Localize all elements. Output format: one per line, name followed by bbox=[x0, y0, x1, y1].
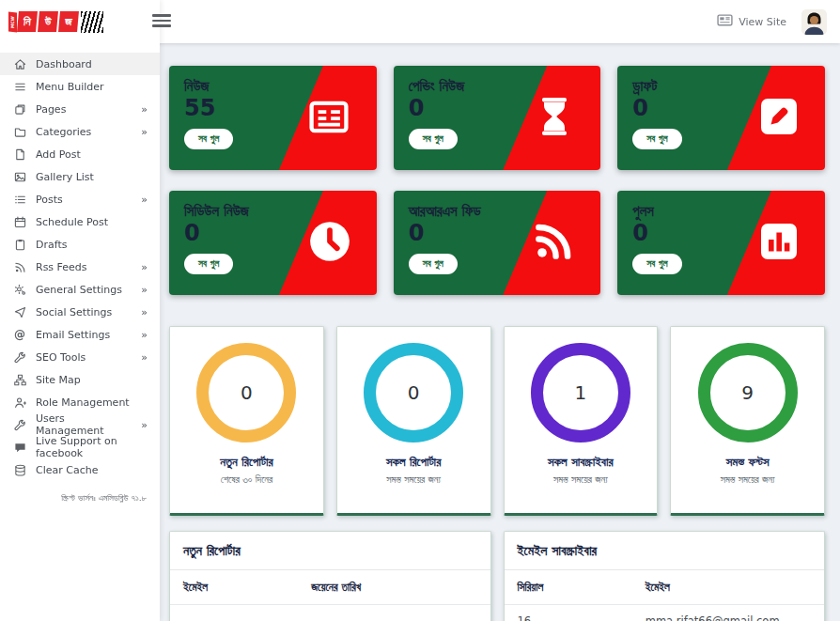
sidebar-item-label: Role Management bbox=[36, 396, 130, 409]
donut-cards-grid: 0নতুন রিপোর্টারশেষের ৩০ দিনের0সকল রিপোর্… bbox=[169, 326, 825, 516]
stat-card-পেন্ডিং-নিউজ: পেন্ডিং নিউজ0সব গুল bbox=[394, 66, 601, 170]
menu-icon bbox=[13, 80, 26, 93]
sidebar-item-label: Schedule Post bbox=[36, 216, 108, 228]
donut-card-সমস্ত-ফন্টস: 9সমস্ত ফন্টসসমস্ত সময়ের জন্য bbox=[670, 326, 825, 516]
view-site-label: View Site bbox=[739, 16, 786, 28]
table-header-cell: ইমেইল bbox=[170, 570, 298, 605]
data-table: সিরিয়ালইমেইল16mma.rifat66@gmail.com bbox=[505, 570, 825, 621]
sidebar-item-email-settings[interactable]: @Email Settings» bbox=[0, 323, 160, 346]
table-header-cell: ইমেইল bbox=[632, 570, 824, 605]
sidebar-item-role-management[interactable]: Role Management bbox=[0, 391, 160, 413]
user-avatar[interactable] bbox=[801, 9, 827, 35]
view-all-button[interactable]: সব গুল bbox=[184, 129, 233, 149]
sidebar-item-posts[interactable]: Posts» bbox=[0, 188, 160, 210]
sidebar-item-pages[interactable]: Pages» bbox=[0, 98, 160, 120]
donut-card-সকল-রিপোর্টার: 0সকল রিপোর্টারসমস্ত সময়ের জন্য bbox=[336, 326, 491, 516]
table-row[interactable]: 16mma.rifat66@gmail.com bbox=[505, 605, 825, 621]
logo-prefix-text: MCW bbox=[8, 11, 17, 32]
donut-value: 1 bbox=[575, 381, 587, 404]
donut-card-subtitle: সমস্ত সময়ের জন্য bbox=[337, 474, 490, 486]
sidebar-item-label: Rss Feeds bbox=[36, 261, 87, 273]
site-logo[interactable]: MCW নিউজ bbox=[0, 0, 160, 43]
stat-cards-grid: নিউজ55সব গুলপেন্ডিং নিউজ0সব গুলড্রাফট0সব… bbox=[169, 66, 825, 295]
sidebar-item-menu-builder[interactable]: Menu Builder bbox=[0, 75, 160, 98]
sidebar-item-site-map[interactable]: Site Map bbox=[0, 368, 160, 391]
send-icon bbox=[13, 305, 26, 318]
stat-card-সিডিউল-নিউজ: সিডিউল নিউজ0সব গুল bbox=[169, 191, 377, 295]
comment-icon bbox=[13, 441, 26, 454]
sidebar-item-gallery-list[interactable]: Gallery List bbox=[0, 165, 160, 188]
donut-card-subtitle: সমস্ত সময়ের জন্য bbox=[671, 474, 824, 486]
sidebar-item-label: Dashboard bbox=[36, 58, 92, 70]
view-site-link[interactable]: View Site bbox=[717, 14, 786, 29]
gears-icon bbox=[13, 283, 26, 296]
sidebar-item-clear-cache[interactable]: Clear Cache bbox=[0, 458, 160, 481]
donut-ring: 1 bbox=[531, 343, 630, 442]
view-all-button[interactable]: সব গুল bbox=[409, 129, 458, 149]
donut-ring: 9 bbox=[698, 343, 798, 442]
sidebar-item-label: Email Settings bbox=[36, 329, 110, 341]
donut-ring: 0 bbox=[364, 343, 463, 442]
sidebar-item-seo-tools[interactable]: SEO Tools» bbox=[0, 346, 160, 368]
donut-value: 0 bbox=[241, 381, 253, 404]
donut-card-subtitle: শেষের ৩০ দিনের bbox=[170, 474, 323, 486]
donut-value: 9 bbox=[741, 381, 754, 404]
view-all-button[interactable]: সব গুল bbox=[184, 254, 233, 274]
sidebar-item-label: Posts bbox=[36, 194, 63, 206]
sidebar-item-label: Clear Cache bbox=[36, 464, 98, 476]
view-all-button[interactable]: সব গুল bbox=[632, 129, 681, 149]
sidebar-item-label: Live Support on facebook bbox=[36, 435, 148, 459]
sidebar-item-label: Users Management bbox=[36, 412, 132, 437]
chevron-double-right-icon: » bbox=[141, 261, 148, 273]
donut-card-title: নতুন রিপোর্টার bbox=[170, 455, 323, 470]
tables-grid: নতুন রিপোর্টারইমেইলজয়েনের তারিখইমেইল সা… bbox=[169, 531, 825, 621]
donut-card-title: সকল রিপোর্টার bbox=[337, 455, 490, 470]
stat-card-title: পুলস bbox=[632, 203, 810, 220]
chevron-double-right-icon: » bbox=[141, 284, 148, 296]
rss-big-icon bbox=[530, 218, 577, 269]
user-plus-icon bbox=[13, 396, 26, 409]
hamburger-menu-button[interactable] bbox=[150, 12, 173, 29]
view-all-button[interactable]: সব গুল bbox=[409, 254, 458, 274]
table-cell: 16 bbox=[505, 605, 632, 621]
sidebar-item-dashboard[interactable]: Dashboard bbox=[0, 53, 160, 75]
sidebar-item-label: Categories bbox=[36, 126, 91, 138]
wrench-icon bbox=[13, 350, 26, 364]
logo-letter-block: নি bbox=[17, 11, 38, 32]
view-site-icon bbox=[717, 14, 733, 29]
donut-card-title: সমস্ত ফন্টস bbox=[671, 455, 824, 470]
sidebar-item-label: Site Map bbox=[36, 374, 81, 386]
donut-value: 0 bbox=[408, 381, 420, 404]
view-all-button[interactable]: সব গুল bbox=[632, 254, 681, 274]
sidebar-item-live-support-on-facebook[interactable]: Live Support on facebook bbox=[0, 436, 160, 458]
home-icon bbox=[13, 57, 26, 70]
donut-card-subtitle: সমস্ত সময়ের জন্য bbox=[505, 474, 658, 486]
table-title: নতুন রিপোর্টার bbox=[170, 532, 490, 570]
sitemap-icon bbox=[13, 373, 26, 386]
table-header-cell: সিরিয়াল bbox=[505, 570, 632, 605]
image-icon bbox=[13, 170, 26, 183]
donut-card-সকল-সাবস্ক্রাইবার: 1সকল সাবস্ক্রাইবারসমস্ত সময়ের জন্য bbox=[504, 326, 659, 516]
sidebar-item-label: Menu Builder bbox=[36, 81, 104, 93]
sidebar-item-categories[interactable]: Categories» bbox=[0, 120, 160, 143]
stat-card-title: পেন্ডিং নিউজ bbox=[409, 78, 586, 95]
chevron-double-right-icon: » bbox=[141, 194, 148, 206]
table-card-ইমেইল-সাবস্ক্রাইবার: ইমেইল সাবস্ক্রাইবারসিরিয়ালইমেইল16mma.ri… bbox=[504, 531, 826, 621]
sidebar-item-users-management[interactable]: Users Management» bbox=[0, 413, 160, 436]
folder-icon bbox=[13, 125, 26, 138]
pages-icon bbox=[13, 102, 26, 116]
logo-letter-block: জ bbox=[58, 11, 79, 32]
stat-card-পুলস: পুলস0সব গুল bbox=[617, 191, 825, 295]
main-content: নিউজ55সব গুলপেন্ডিং নিউজ0সব গুলড্রাফট0সব… bbox=[160, 43, 840, 621]
sidebar-item-add-post[interactable]: Add Post bbox=[0, 143, 160, 165]
sidebar-item-drafts[interactable]: Drafts bbox=[0, 233, 160, 256]
sidebar-item-schedule-post[interactable]: Schedule Post bbox=[0, 210, 160, 233]
calendar-icon bbox=[13, 215, 26, 228]
sidebar-item-label: Drafts bbox=[36, 239, 67, 251]
edit-icon bbox=[756, 94, 801, 143]
file-icon bbox=[13, 147, 26, 161]
sidebar-item-general-settings[interactable]: General Settings» bbox=[0, 278, 160, 301]
chevron-double-right-icon: » bbox=[141, 126, 148, 138]
sidebar-item-social-settings[interactable]: Social Settings» bbox=[0, 301, 160, 323]
sidebar-item-rss-feeds[interactable]: Rss Feeds» bbox=[0, 256, 160, 278]
